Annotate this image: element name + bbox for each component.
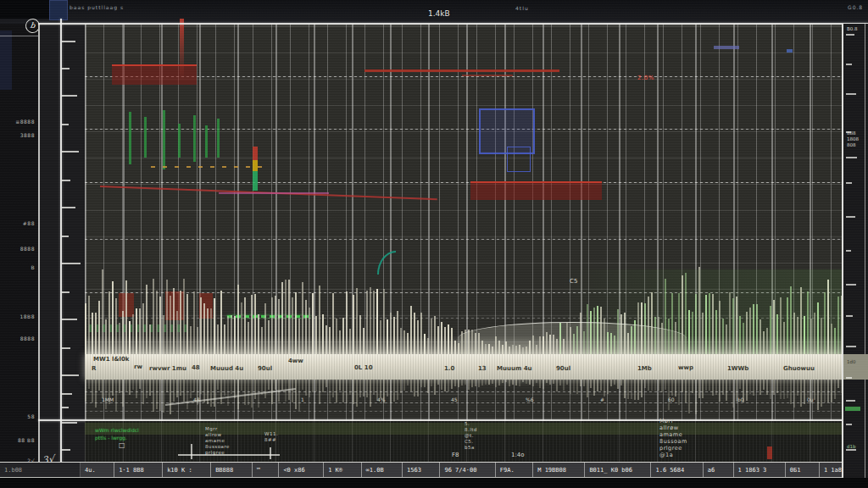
lower-green-band	[85, 423, 842, 435]
ruler-line-inner[interactable]	[60, 19, 62, 470]
status-segment[interactable]: k10 K :	[163, 463, 211, 477]
band-label: 13	[478, 365, 487, 372]
top-bar: baas puttllaag s 1.4kB 4tIu G0.8	[0, 0, 868, 24]
window-accent-block[interactable]	[49, 0, 68, 20]
rail-green-mark	[845, 407, 860, 411]
ruler-tick	[62, 263, 81, 264]
rail-tick	[846, 157, 857, 158]
status-segment[interactable]: 96 7/4·00	[440, 463, 495, 477]
status-segment[interactable]: BB888	[211, 463, 253, 477]
band-label: rwvwr 1mu	[149, 365, 186, 372]
status-segment[interactable]: 0Б1	[786, 463, 820, 477]
rail-inner-line	[865, 24, 865, 478]
noise-column-c: 5. 8.ltd @t. C5. b5a	[465, 421, 477, 451]
sidebar-label: 88 B8	[18, 437, 35, 443]
ruler-tick	[62, 407, 69, 408]
status-segment[interactable]: 1563	[403, 463, 440, 477]
band-label: 4ww	[288, 358, 303, 364]
percent-annotation: 2.0%	[637, 75, 654, 81]
ruler-tick	[62, 95, 77, 97]
ruler-tick	[62, 68, 70, 69]
sidebar-label: 18B8	[19, 313, 35, 319]
rail-band-label: 1d0	[847, 359, 856, 365]
time-label: 1:4o	[511, 452, 525, 458]
ruler-tick	[62, 151, 79, 152]
noise-column-b: W11. 8##	[264, 431, 278, 443]
rail-tick	[846, 64, 852, 65]
rail-tick	[846, 424, 852, 425]
red-step-trace	[112, 64, 197, 85]
sidebar-label: B	[31, 264, 35, 270]
band-label: Ghuowuu	[783, 365, 815, 372]
rail-tick	[846, 284, 856, 286]
band-label: 1.0	[444, 365, 454, 372]
top-noise-right: G0.8	[848, 4, 863, 10]
status-segment[interactable]: 1.6 5684	[651, 463, 703, 477]
red-hline-trace	[364, 69, 559, 72]
ruler-tick	[62, 124, 69, 125]
square-icon[interactable]: □	[119, 441, 125, 449]
scale-tick-label: 4%	[377, 396, 386, 402]
sidebar-blue-block	[0, 30, 12, 90]
status-segment[interactable]: 1·1 8B8	[114, 463, 163, 477]
rail-tick	[846, 400, 855, 402]
status-segment[interactable]: 1 1863 3	[734, 463, 786, 477]
rail-tick	[846, 377, 852, 379]
scale-tick-label: b0	[737, 396, 744, 402]
status-segment[interactable]: M 19BB08	[533, 463, 585, 477]
bench-leg	[270, 447, 271, 459]
left-sidebar: ≡88883888#888888B18B888885888 B82√	[0, 24, 38, 478]
scale-tick-label: 0u	[807, 396, 814, 402]
gridline-h	[85, 76, 842, 77]
sidebar-label: 58	[27, 413, 35, 419]
red-descending-trace	[100, 180, 439, 206]
rail-value-block: 888 1808 808	[847, 130, 859, 148]
status-segment[interactable]: ∞1.0B	[362, 463, 403, 477]
sidebar-label: 8888	[20, 246, 35, 252]
ruler-tick	[62, 319, 77, 320]
ruler-tick	[62, 393, 72, 395]
blue-dot	[787, 49, 793, 53]
band-label: 48	[192, 364, 200, 371]
status-segment[interactable]: 4u.	[81, 463, 114, 477]
status-segment[interactable]: B011_ K0 b06	[585, 463, 651, 477]
band-label: 0L 10	[354, 364, 373, 371]
band-label: MW1 l&l0k	[93, 356, 129, 363]
rail-tick	[846, 182, 852, 184]
band-label: wwp	[678, 364, 693, 371]
sidebar-label: 8888	[20, 336, 35, 341]
rail-tick	[846, 93, 856, 95]
green-streak	[129, 112, 131, 164]
scale-tick-label: 1	[301, 396, 304, 402]
ruler-tick	[62, 374, 79, 376]
status-segment[interactable]: ™	[253, 463, 280, 477]
rail-top-label: B0.8	[847, 26, 858, 32]
green-status-text: wWm rlwclwdldcl pttls - lwrgg.	[95, 426, 139, 441]
right-rail[interactable]: B0.8 888 1808 808 1d0 d1b	[842, 24, 868, 478]
ruler-tick	[62, 291, 70, 293]
scale-tick-label: 45	[451, 396, 458, 402]
rail-tick	[846, 250, 851, 252]
green-streak	[144, 117, 147, 158]
ruler-tick	[62, 207, 75, 208]
green-streak	[217, 119, 220, 158]
green-streak	[178, 124, 181, 158]
scale-tick-label: %6	[526, 396, 534, 402]
status-segment[interactable]: 1 K®	[324, 463, 361, 477]
red-spike-trace	[180, 19, 184, 80]
rail-tick	[846, 449, 856, 451]
main-chart[interactable]: 2.0% C5 MW1 l&l0kRrwrwvwr 1mu48Muuud 4u9…	[85, 24, 842, 421]
scale-line	[85, 391, 842, 392]
status-segment[interactable]: a6	[704, 463, 734, 477]
status-segment[interactable]: 1.b08	[0, 463, 81, 477]
status-segment[interactable]: F9A.	[496, 463, 533, 477]
band-label: Muuud 4u	[210, 365, 243, 372]
ruler-tick	[62, 41, 75, 42]
sidebar-label: ≡8888	[15, 119, 35, 125]
status-segment[interactable]: <0 x86	[279, 463, 324, 477]
noise-column-a: Mgrr allrow amame 8ussoare prlgree	[205, 426, 230, 456]
bottom-black-strip	[0, 478, 868, 488]
f8-label: F8	[452, 452, 459, 458]
sidebar-tick	[0, 36, 38, 36]
band-label: R	[92, 365, 96, 372]
